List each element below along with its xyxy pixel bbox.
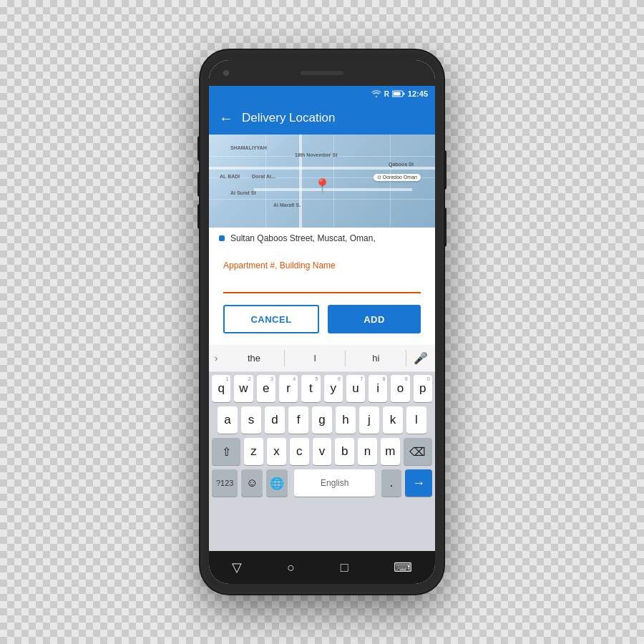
key-d[interactable]: d xyxy=(265,406,285,434)
key-emoji[interactable]: ☺ xyxy=(241,469,263,497)
main-road xyxy=(209,167,435,170)
key-w[interactable]: w2 xyxy=(234,375,253,402)
key-r[interactable]: r4 xyxy=(279,375,298,402)
suggest-caret: › xyxy=(209,353,223,364)
map-label-shamaliyyah: SHAMALIYYAH xyxy=(230,145,267,150)
key-m[interactable]: m xyxy=(381,438,400,465)
earpiece-speaker xyxy=(301,71,343,75)
input-container xyxy=(223,273,421,293)
status-icons: R 12:45 xyxy=(371,89,428,98)
key-y[interactable]: y6 xyxy=(324,375,343,402)
main-road xyxy=(299,135,302,228)
map-road xyxy=(390,135,391,228)
form-buttons: CANCEL ADD xyxy=(223,305,421,333)
key-n[interactable]: n xyxy=(358,438,377,465)
suggestion-hi[interactable]: hi xyxy=(346,345,406,371)
nav-keyboard-button[interactable]: ⌨ xyxy=(394,560,412,575)
key-space[interactable]: English xyxy=(294,469,375,497)
app-header: ← Delivery Location xyxy=(209,102,435,135)
time-display: 12:45 xyxy=(408,89,428,98)
map-road xyxy=(209,199,435,200)
nav-home-button[interactable]: ○ xyxy=(287,560,295,575)
key-l[interactable]: l xyxy=(406,406,426,434)
form-area: Appartment #, Building Name CANCEL ADD xyxy=(209,249,435,345)
suggestion-the[interactable]: the xyxy=(223,345,284,371)
map-view: SHAMALIYYAH AL BADI 18th November St Qab… xyxy=(209,135,435,228)
network-type: R xyxy=(384,90,389,98)
key-v[interactable]: v xyxy=(313,438,332,465)
map-label-dor: Dorat Al... xyxy=(252,174,275,179)
key-e[interactable]: e3 xyxy=(257,375,275,402)
nav-back-button[interactable]: ▽ xyxy=(232,560,242,575)
ooredoo-label: ⊙ Ooredoo Oman xyxy=(374,174,421,181)
key-x[interactable]: x xyxy=(267,438,286,465)
key-q[interactable]: q1 xyxy=(212,375,230,402)
map-label-surat: Al Surat St xyxy=(230,190,256,195)
front-camera xyxy=(223,70,229,76)
main-road xyxy=(254,188,412,191)
address-dot-icon xyxy=(219,235,225,241)
add-button[interactable]: ADD xyxy=(328,305,421,333)
keyboard: q1 w2 e3 r4 t5 y6 u7 i8 o9 p0 a s d f g … xyxy=(209,372,435,551)
svg-rect-1 xyxy=(393,92,400,96)
key-c[interactable]: c xyxy=(290,438,309,465)
nav-recent-button[interactable]: □ xyxy=(341,560,348,575)
key-o[interactable]: o9 xyxy=(391,375,409,402)
back-button[interactable]: ← xyxy=(219,110,233,127)
key-numbers[interactable]: ?123 xyxy=(212,469,238,497)
key-k[interactable]: k xyxy=(383,406,403,434)
key-b[interactable]: b xyxy=(335,438,354,465)
cancel-button[interactable]: CANCEL xyxy=(223,305,319,333)
top-bezel xyxy=(209,60,435,86)
map-label-marafi: Al Marafi S. xyxy=(273,203,301,208)
key-globe[interactable]: 🌐 xyxy=(266,469,288,497)
app-title: Delivery Location xyxy=(242,111,335,125)
backspace-key[interactable]: ⌫ xyxy=(404,438,432,465)
keyboard-row-2: a s d f g h j k l xyxy=(212,406,432,434)
keyboard-row-3: ⇧ z x c v b n m ⌫ xyxy=(212,438,432,465)
phone-device: R 12:45 ← Delivery Location xyxy=(200,50,444,594)
battery-icon xyxy=(392,90,405,97)
key-j[interactable]: j xyxy=(359,406,379,434)
form-input-label: Appartment #, Building Name xyxy=(223,260,421,270)
key-enter[interactable]: → xyxy=(405,469,432,497)
apartment-input[interactable] xyxy=(223,275,421,291)
key-p[interactable]: p0 xyxy=(414,375,432,402)
keyboard-row-bottom: ?123 ☺ 🌐 English . → xyxy=(212,469,432,497)
phone-screen: R 12:45 ← Delivery Location xyxy=(209,60,435,584)
map-road xyxy=(333,135,334,228)
suggestion-l[interactable]: l xyxy=(285,345,346,371)
key-g[interactable]: g xyxy=(312,406,332,434)
address-text: Sultan Qaboos Street, Muscat, Oman, xyxy=(230,233,376,243)
key-s[interactable]: s xyxy=(241,406,261,434)
wifi-icon xyxy=(371,90,381,97)
map-pin: 📍 xyxy=(313,177,331,195)
keyboard-suggestions: › the l hi 🎤 xyxy=(209,345,435,372)
svg-rect-2 xyxy=(403,93,404,95)
key-a[interactable]: a xyxy=(218,406,238,434)
shift-key[interactable]: ⇧ xyxy=(212,438,240,465)
bottom-navigation: ▽ ○ □ ⌨ xyxy=(209,551,435,584)
microphone-icon: 🎤 xyxy=(414,352,428,364)
mic-button[interactable]: 🎤 xyxy=(406,351,435,365)
address-bar: Sultan Qaboos Street, Muscat, Oman, xyxy=(209,228,435,249)
key-period[interactable]: . xyxy=(381,469,401,497)
keyboard-row-1: q1 w2 e3 r4 t5 y6 u7 i8 o9 p0 xyxy=(212,375,432,402)
key-i[interactable]: i8 xyxy=(369,375,387,402)
key-u[interactable]: u7 xyxy=(346,375,365,402)
key-h[interactable]: h xyxy=(336,406,356,434)
key-t[interactable]: t5 xyxy=(301,375,320,402)
map-label-18nov: 18th November St xyxy=(295,152,338,157)
map-label-qaboos-st: Qaboos St xyxy=(389,162,414,167)
map-label-albadi: AL BADI xyxy=(220,174,240,179)
key-f[interactable]: f xyxy=(288,406,308,434)
key-z[interactable]: z xyxy=(244,438,263,465)
status-bar: R 12:45 xyxy=(209,86,435,102)
